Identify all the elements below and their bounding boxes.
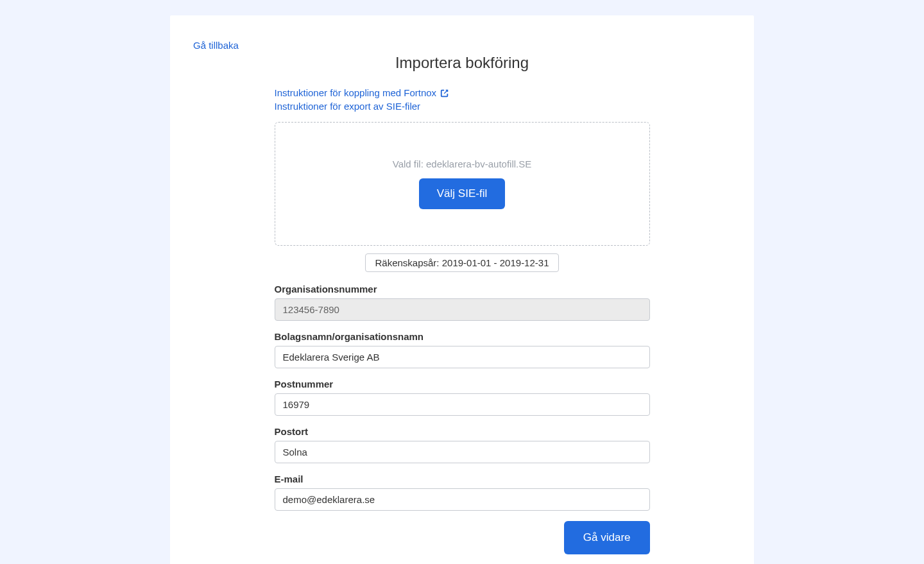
city-label: Postort: [275, 426, 650, 437]
back-link[interactable]: Gå tillbaka: [193, 40, 239, 51]
external-link-icon: [440, 89, 449, 98]
file-prefix: Vald fil:: [393, 158, 426, 169]
page-title: Importera bokföring: [193, 54, 731, 72]
company-name-input[interactable]: [275, 346, 650, 368]
file-name: edeklarera-bv-autofill.SE: [426, 158, 531, 169]
instructions-block: Instruktioner för koppling med Fortnox I…: [275, 86, 650, 113]
choose-file-button[interactable]: Välj SIE-fil: [419, 178, 505, 209]
fortnox-instructions-label: Instruktioner för koppling med Fortnox: [275, 86, 437, 99]
main-card: Gå tillbaka Importera bokföring Instrukt…: [170, 15, 754, 564]
selected-file-label: Vald fil: edeklarera-bv-autofill.SE: [288, 158, 637, 169]
fortnox-instructions-link[interactable]: Instruktioner för koppling med Fortnox: [275, 86, 450, 99]
company-name-group: Bolagsnamn/organisationsnamn: [275, 331, 650, 368]
postal-code-group: Postnummer: [275, 379, 650, 416]
form-container: Instruktioner för koppling med Fortnox I…: [275, 86, 650, 554]
company-name-label: Bolagsnamn/organisationsnamn: [275, 331, 650, 342]
org-number-input: [275, 298, 650, 321]
file-dropzone[interactable]: Vald fil: edeklarera-bv-autofill.SE Välj…: [275, 122, 650, 246]
email-group: E-mail: [275, 474, 650, 511]
org-number-group: Organisationsnummer: [275, 284, 650, 321]
fiscal-year-container: Räkenskapsår: 2019-01-01 - 2019-12-31: [275, 253, 650, 272]
city-group: Postort: [275, 426, 650, 463]
org-number-label: Organisationsnummer: [275, 284, 650, 295]
city-input[interactable]: [275, 441, 650, 463]
postal-code-label: Postnummer: [275, 379, 650, 389]
fiscal-year-select[interactable]: Räkenskapsår: 2019-01-01 - 2019-12-31: [365, 253, 558, 272]
email-label: E-mail: [275, 474, 650, 484]
sie-export-instructions-link[interactable]: Instruktioner för export av SIE-filer: [275, 99, 421, 113]
postal-code-input[interactable]: [275, 393, 650, 416]
continue-button[interactable]: Gå vidare: [564, 521, 650, 554]
email-input[interactable]: [275, 488, 650, 511]
form-actions: Gå vidare: [275, 521, 650, 554]
